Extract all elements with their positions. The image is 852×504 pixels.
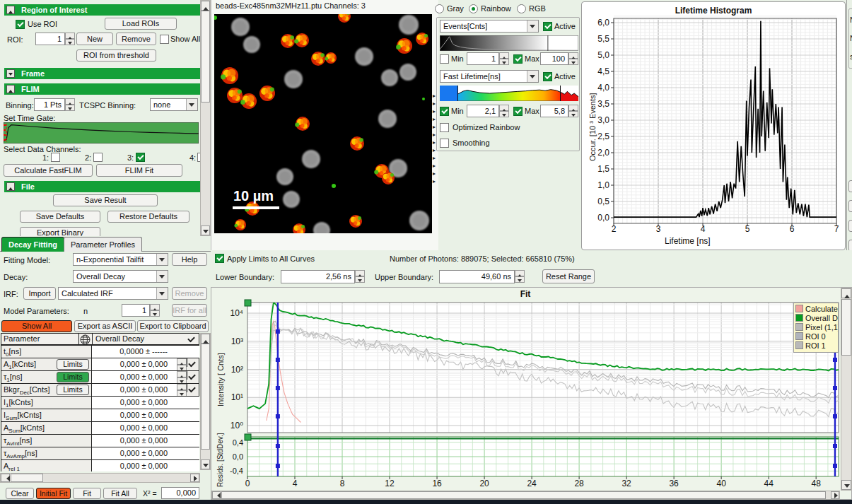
- collapse-file-icon[interactable]: [6, 182, 15, 191]
- intensity-min-checkbox[interactable]: [440, 54, 449, 64]
- save-defaults-button[interactable]: Save Defaults: [20, 211, 100, 223]
- roi-from-threshold-button[interactable]: ROI from threshold: [76, 49, 156, 61]
- time-gate-plot[interactable]: [4, 122, 199, 143]
- decay-select[interactable]: Overall Decay: [73, 270, 168, 283]
- intensity-max-checkbox[interactable]: [513, 54, 523, 64]
- intensity-channel-value: Events[Cnts]: [443, 22, 487, 30]
- fit-button[interactable]: Fit: [73, 488, 101, 499]
- lifetime-min-spinner[interactable]: [499, 105, 509, 117]
- param-fixed-check[interactable]: [187, 384, 187, 392]
- collapse-roi-icon[interactable]: [6, 6, 15, 14]
- clear-button[interactable]: Clear: [6, 488, 34, 499]
- fit-chart[interactable]: 0481216202428323640444810⁴10³10²10¹10⁰0,…: [211, 287, 840, 491]
- lifetime-max-checkbox[interactable]: [513, 107, 523, 116]
- radio-rgb[interactable]: [517, 4, 526, 13]
- intensity-channel-select[interactable]: Events[Cnts]: [440, 20, 539, 33]
- show-all-button[interactable]: Show All: [1, 320, 72, 332]
- param-fixed-check[interactable]: [187, 371, 187, 380]
- chevron-down-icon[interactable]: [527, 20, 538, 32]
- fit-hscrollbar[interactable]: [211, 491, 840, 500]
- intensity-histogram-bar[interactable]: [440, 35, 578, 51]
- parameter-table-scrollbar[interactable]: [200, 333, 211, 470]
- chevron-down-icon[interactable]: [156, 288, 168, 299]
- collapse-frame-icon[interactable]: [6, 69, 15, 78]
- remove-roi-button[interactable]: Remove: [116, 33, 156, 45]
- restore-defaults-button[interactable]: Restore Defaults: [107, 211, 189, 223]
- param-spinner[interactable]: [177, 358, 187, 370]
- fit-vscrollbar[interactable]: [841, 288, 852, 491]
- intensity-active-checkbox[interactable]: [543, 22, 552, 31]
- intensity-min-spinner[interactable]: [499, 52, 509, 65]
- calculate-fastflim-button[interactable]: Calculate FastFLIM: [4, 164, 93, 177]
- export-binary-button[interactable]: Export Binary: [20, 227, 100, 236]
- save-result-button[interactable]: Save Result: [53, 194, 158, 206]
- channel-1-checkbox[interactable]: [51, 153, 60, 162]
- roi-number-spinner[interactable]: [65, 33, 75, 45]
- parameter-table-hscrollbar[interactable]: [0, 473, 200, 483]
- use-roi-checkbox[interactable]: [16, 20, 25, 29]
- lifetime-min-label: Min: [451, 107, 464, 115]
- roi-number-field[interactable]: 1: [35, 33, 65, 45]
- chevron-down-icon[interactable]: [527, 71, 538, 82]
- binning-field[interactable]: 1 Pts: [34, 98, 65, 111]
- lifetime-min-field[interactable]: 2,1: [467, 105, 499, 117]
- export-clipboard-button[interactable]: Export to Clipboard: [137, 320, 209, 332]
- flim-image[interactable]: 10 µm: [214, 14, 432, 233]
- smoothing-checkbox[interactable]: [440, 139, 449, 148]
- intensity-min-field[interactable]: 1: [467, 52, 499, 65]
- limits-button[interactable]: Limits: [57, 359, 89, 370]
- fit-all-button[interactable]: Fit All: [103, 488, 137, 499]
- param-value[interactable]: 0,000 ± 0,000: [92, 358, 177, 370]
- lifetime-active-checkbox[interactable]: [543, 72, 552, 81]
- export-ascii-button[interactable]: Export as ASCII: [74, 320, 136, 332]
- load-rois-button[interactable]: Load ROIs: [105, 18, 177, 30]
- intensity-max-field[interactable]: 100: [540, 52, 568, 65]
- tick-label: -0,4: [230, 467, 243, 475]
- lifetime-channel-select[interactable]: Fast Lifetime[ns]: [440, 70, 539, 83]
- chevron-down-icon[interactable]: [156, 254, 168, 265]
- lifetime-histogram-bar[interactable]: [440, 86, 578, 101]
- lower-boundary-spinner[interactable]: [355, 270, 365, 283]
- binning-spinner[interactable]: [65, 98, 75, 111]
- new-roi-button[interactable]: New: [76, 33, 113, 45]
- intensity-max-spinner[interactable]: [568, 52, 578, 65]
- limits-button[interactable]: Limits: [57, 385, 89, 395]
- chevron-down-icon[interactable]: [186, 99, 197, 110]
- upper-boundary-field[interactable]: 49,60 ns: [439, 270, 515, 283]
- optimized-rainbow-checkbox[interactable]: [440, 123, 449, 132]
- import-irf-button[interactable]: Import: [23, 287, 56, 300]
- channel-2-checkbox[interactable]: [93, 153, 103, 162]
- chevron-down-icon[interactable]: [156, 271, 168, 282]
- lifetime-min-checkbox[interactable]: [440, 107, 449, 116]
- collapse-flim-icon[interactable]: [6, 85, 15, 93]
- lifetime-max-field[interactable]: 5,8: [540, 105, 568, 117]
- param-value[interactable]: 0,000 ± 0,000: [92, 371, 177, 383]
- radio-gray[interactable]: [435, 4, 444, 13]
- param-value[interactable]: 0,000 ± 0,000: [92, 384, 177, 396]
- lifetime-histogram-chart[interactable]: 2345670,00,51,01,52,02,53,03,54,04,55,05…: [582, 2, 845, 248]
- radio-rainbow[interactable]: [469, 4, 478, 13]
- tab-decay-fitting[interactable]: Decay Fitting: [1, 237, 64, 252]
- initial-fit-button[interactable]: Initial Fit: [36, 488, 71, 499]
- upper-boundary-spinner[interactable]: [515, 270, 525, 283]
- reset-range-button[interactable]: Reset Range: [542, 269, 595, 283]
- apply-limits-checkbox[interactable]: [215, 254, 224, 263]
- param-spinner[interactable]: [177, 371, 187, 383]
- tcspc-binning-select[interactable]: none: [150, 98, 198, 111]
- show-all-rois-checkbox[interactable]: [160, 35, 169, 44]
- n-spinner[interactable]: [150, 304, 160, 317]
- param-spinner[interactable]: [177, 384, 187, 396]
- lower-boundary-field[interactable]: 2,56 ns: [281, 270, 355, 283]
- fitting-model-select[interactable]: n-Exponential Tailfit: [73, 253, 168, 266]
- tab-parameter-profiles[interactable]: Parameter Profiles: [64, 237, 142, 252]
- channel-3-checkbox[interactable]: [136, 153, 145, 162]
- left-panel-scrollbar[interactable]: [200, 0, 211, 236]
- flim-fit-button[interactable]: FLIM Fit: [96, 164, 182, 177]
- lifetime-max-spinner[interactable]: [568, 105, 578, 117]
- param-fixed-check[interactable]: [187, 358, 187, 367]
- n-field[interactable]: 1: [122, 304, 150, 317]
- irf-select[interactable]: Calculated IRF: [58, 287, 168, 300]
- limits-button[interactable]: Limits: [57, 372, 89, 382]
- globe-icon[interactable]: [80, 334, 91, 345]
- help-button[interactable]: Help: [172, 253, 207, 266]
